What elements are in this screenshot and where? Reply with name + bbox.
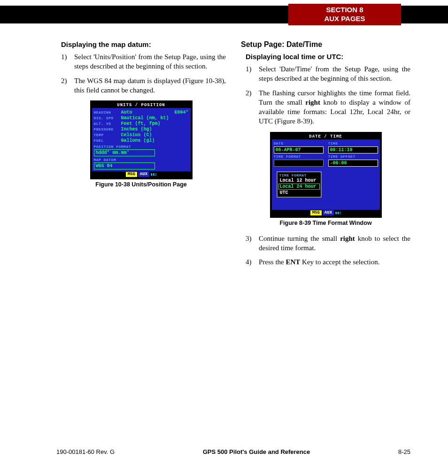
gps-units-position-screen: UNITS / POSITION HEADING Auto E004° DIS,… xyxy=(90,100,193,179)
footer-doc-rev: 190-00181-60 Rev. G xyxy=(56,448,115,455)
date-time-grid: DATE TIME 06-APR-07 00:11:19 TIME FORMAT… xyxy=(274,141,378,167)
step-text: Continue turning the small right knob to… xyxy=(259,234,410,253)
gps-map-datum-label: MAP DATUM xyxy=(94,158,189,162)
gps-screen-title: DATE / TIME xyxy=(272,134,380,139)
figure-10-38: UNITS / POSITION HEADING Auto E004° DIS,… xyxy=(56,100,226,188)
time-label: TIME xyxy=(328,141,378,146)
step-text: Select 'Units/Position' from the Setup P… xyxy=(74,52,226,71)
gps-row: FUELGallons (gl) xyxy=(94,138,189,143)
step-text: Select 'Date/Time' from the Setup Page, … xyxy=(259,64,410,84)
aux-tag: AUX xyxy=(323,210,334,215)
msg-tag: MSG xyxy=(310,210,322,215)
gps-value: Auto xyxy=(121,110,132,115)
gps-body: DATE TIME 06-APR-07 00:11:19 TIME FORMAT… xyxy=(272,139,380,210)
step-number: 1) xyxy=(61,52,74,71)
popup-item: Local 12 hour xyxy=(278,177,320,184)
footer-page-number: 8-25 xyxy=(398,448,410,455)
time-offset-value: -00:00 xyxy=(328,160,378,167)
page-indicator-icon: ▮▮▯ xyxy=(335,210,341,215)
step-text: Press the ENT Key to accept the selectio… xyxy=(259,257,410,267)
list-item: 2) The flashing cursor highlights the ti… xyxy=(246,88,410,126)
section-line1: SECTION 8 xyxy=(288,6,401,15)
aux-tag: AUX xyxy=(138,172,149,177)
footer-doc-title: GPS 500 Pilot's Guide and Reference xyxy=(203,448,310,455)
gps-row: TEMPCelsius (C) xyxy=(94,132,189,138)
gps-pos-format-label: POSITION FORMAT xyxy=(94,145,189,149)
content-columns: Displaying the map datum: 1) Select 'Uni… xyxy=(56,38,410,271)
left-column: Displaying the map datum: 1) Select 'Uni… xyxy=(56,38,226,271)
popup-item-selected: Local 24 hour xyxy=(278,184,320,190)
right-steps: 1) Select 'Date/Time' from the Setup Pag… xyxy=(246,64,410,126)
list-item: 1) Select 'Date/Time' from the Setup Pag… xyxy=(246,64,410,84)
right-column: Setup Page: Date/Time Displaying local t… xyxy=(241,38,410,271)
list-item: 3) Continue turning the small right knob… xyxy=(246,234,410,253)
time-format-label: TIME FORMAT xyxy=(274,154,324,159)
gps-body: HEADING Auto E004° DIS, SPDNautical (nm,… xyxy=(92,108,191,171)
gps-footer: MSG AUX ▮▮▯ xyxy=(272,210,380,216)
popup-item: UTC xyxy=(278,190,320,196)
right-steps-continued: 3) Continue turning the small right knob… xyxy=(246,234,410,267)
list-item: 2) The WGS 84 map datum is displayed (Fi… xyxy=(61,76,226,95)
gps-footer: MSG AUX ▮▮▯ xyxy=(92,171,191,177)
gps-row: DIS, SPDNautical (nm, kt) xyxy=(94,115,189,121)
gps-row: PRESSUREInches (hg) xyxy=(94,127,189,132)
page-indicator-icon: ▮▮▯ xyxy=(150,172,156,177)
left-subheading: Displaying the map datum: xyxy=(61,40,226,48)
step-number: 2) xyxy=(246,88,259,126)
right-heading: Setup Page: Date/Time xyxy=(241,40,410,49)
time-value: 00:11:19 xyxy=(328,146,378,154)
gps-screen-title: UNITS / POSITION xyxy=(92,102,191,108)
gps-date-time-screen: DATE / TIME DATE TIME 06-APR-07 00:11:19… xyxy=(270,132,382,218)
list-item: 4) Press the ENT Key to accept the selec… xyxy=(246,257,410,267)
figure-caption: Figure 8-39 Time Format Window xyxy=(241,220,410,226)
gps-map-datum-value: WGS 84 xyxy=(94,162,155,169)
date-label: DATE xyxy=(274,141,324,146)
step-text: The WGS 84 map datum is displayed (Figur… xyxy=(74,76,226,95)
gps-row: ALT, VSFeet (ft, fpm) xyxy=(94,121,189,126)
left-steps: 1) Select 'Units/Position' from the Setu… xyxy=(61,52,226,95)
gps-row-heading: HEADING Auto E004° xyxy=(94,110,189,115)
right-subheading: Displaying local time or UTC: xyxy=(246,53,410,61)
time-offset-label: TIME OFFSET xyxy=(328,154,378,159)
time-format-popup: TIME FORMAT Local 12 hour Local 24 hour … xyxy=(277,171,322,198)
msg-tag: MSG xyxy=(126,172,137,177)
figure-caption: Figure 10-38 Units/Position Page xyxy=(56,181,226,188)
step-number: 1) xyxy=(246,64,259,84)
step-number: 2) xyxy=(61,76,74,95)
gps-label: HEADING xyxy=(94,110,121,115)
gps-pos-format-value: hddd° mm.mm' xyxy=(94,149,155,156)
section-line2: AUX PAGES xyxy=(288,15,401,23)
page-footer: 190-00181-60 Rev. G GPS 500 Pilot's Guid… xyxy=(56,448,410,455)
section-tab: SECTION 8 AUX PAGES xyxy=(288,4,401,25)
date-value: 06-APR-07 xyxy=(274,146,324,154)
step-text: The flashing cursor highlights the time … xyxy=(259,88,410,126)
popup-title: TIME FORMAT xyxy=(278,173,320,177)
time-format-value xyxy=(274,160,324,167)
list-item: 1) Select 'Units/Position' from the Setu… xyxy=(61,52,226,71)
figure-8-39: DATE / TIME DATE TIME 06-APR-07 00:11:19… xyxy=(241,132,410,226)
step-number: 3) xyxy=(246,234,259,253)
step-number: 4) xyxy=(246,257,259,267)
gps-heading-degrees: E004° xyxy=(174,110,188,115)
